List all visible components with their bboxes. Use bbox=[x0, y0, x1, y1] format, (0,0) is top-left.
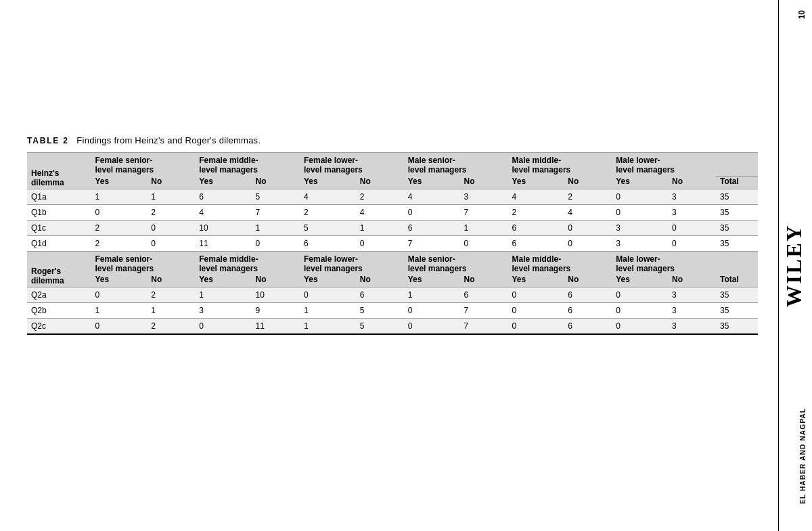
cell: 7 bbox=[252, 204, 300, 220]
cell: 4 bbox=[508, 189, 564, 204]
r-total-subheader: Total bbox=[716, 275, 758, 287]
h-ml-no: No bbox=[668, 176, 716, 189]
table-label: TABLE 2 bbox=[27, 136, 69, 145]
cell: 35 bbox=[716, 302, 758, 318]
cell: 6 bbox=[300, 235, 356, 251]
cell: 3 bbox=[668, 302, 716, 318]
r-ml-no: No bbox=[668, 275, 716, 287]
main-content: TABLE 2 Findings from Heinz's and Roger'… bbox=[0, 0, 778, 531]
cell: 0 bbox=[147, 220, 195, 235]
row-label: Q1c bbox=[27, 220, 91, 235]
cell: 1 bbox=[404, 287, 460, 302]
h-fm-yes: Yes bbox=[195, 176, 251, 189]
total-subheader-heinz: Total bbox=[716, 176, 758, 189]
table-row: Q1b 0 2 4 7 2 4 0 7 2 4 0 3 35 bbox=[27, 204, 758, 220]
cell: 6 bbox=[508, 235, 564, 251]
cell: 3 bbox=[612, 235, 668, 251]
cell: 2 bbox=[508, 204, 564, 220]
cell: 2 bbox=[91, 235, 148, 251]
cell: 0 bbox=[91, 287, 148, 302]
cell: 1 bbox=[91, 189, 148, 204]
cell: 3 bbox=[612, 220, 668, 235]
r-ms-no: No bbox=[460, 275, 508, 287]
brand-logo: WILEY bbox=[782, 224, 807, 307]
roger-subheader: Yes No Yes No Yes No Yes No Yes No Yes N… bbox=[27, 275, 758, 287]
cell: 2 bbox=[147, 204, 195, 220]
r-fem-lower-header: Female lower-level managers bbox=[300, 251, 404, 275]
male-middle-header: Male middle-level managers bbox=[508, 153, 612, 177]
cell: 0 bbox=[460, 235, 508, 251]
h-fs-no: No bbox=[147, 176, 195, 189]
cell: 7 bbox=[460, 318, 508, 334]
r-fem-senior-header: Female senior-level managers bbox=[91, 251, 196, 275]
cell: 7 bbox=[460, 204, 508, 220]
cell: 0 bbox=[252, 235, 300, 251]
data-table: Heinz'sdilemma Female senior-level manag… bbox=[27, 152, 758, 335]
h-fs-yes: Yes bbox=[91, 176, 148, 189]
cell: 35 bbox=[716, 220, 758, 235]
cell: 0 bbox=[508, 287, 564, 302]
cell: 0 bbox=[404, 318, 460, 334]
h-fl-yes: Yes bbox=[300, 176, 356, 189]
h-mm-no: No bbox=[564, 176, 612, 189]
cell: 3 bbox=[668, 318, 716, 334]
h-ml-yes: Yes bbox=[612, 176, 668, 189]
cell: 3 bbox=[668, 204, 716, 220]
row-label: Q2b bbox=[27, 302, 91, 318]
cell: 1 bbox=[300, 318, 356, 334]
cell: 6 bbox=[508, 220, 564, 235]
r-fl-yes: Yes bbox=[300, 275, 356, 287]
cell: 0 bbox=[508, 302, 564, 318]
cell: 35 bbox=[716, 204, 758, 220]
fem-senior-header: Female senior-level managers bbox=[91, 153, 196, 177]
cell: 2 bbox=[147, 318, 195, 334]
heinz-dilemma-label: Heinz'sdilemma bbox=[27, 153, 91, 189]
cell: 1 bbox=[147, 302, 195, 318]
cell: 6 bbox=[564, 318, 612, 334]
cell: 0 bbox=[612, 204, 668, 220]
cell: 0 bbox=[612, 302, 668, 318]
row-label: Q2c bbox=[27, 318, 91, 334]
male-senior-header: Male senior-level managers bbox=[404, 153, 508, 177]
cell: 0 bbox=[91, 204, 148, 220]
cell: 0 bbox=[195, 318, 251, 334]
cell: 10 bbox=[252, 287, 300, 302]
cell: 0 bbox=[668, 220, 716, 235]
row-label: Q2a bbox=[27, 287, 91, 302]
cell: 9 bbox=[252, 302, 300, 318]
cell: 4 bbox=[564, 204, 612, 220]
cell: 11 bbox=[195, 235, 251, 251]
cell: 11 bbox=[252, 318, 300, 334]
cell: 35 bbox=[716, 189, 758, 204]
fem-middle-header: Female middle-level managers bbox=[195, 153, 300, 177]
cell: 6 bbox=[564, 302, 612, 318]
cell: 1 bbox=[252, 220, 300, 235]
row-label: Q1b bbox=[27, 204, 91, 220]
cell: 10 bbox=[195, 220, 251, 235]
r-fl-no: No bbox=[356, 275, 404, 287]
cell: 0 bbox=[404, 204, 460, 220]
cell: 2 bbox=[91, 220, 148, 235]
h-fl-no: No bbox=[356, 176, 404, 189]
cell: 4 bbox=[404, 189, 460, 204]
cell: 2 bbox=[356, 189, 404, 204]
heinz-subheader: Yes No Yes No Yes No Yes No Yes No Yes N… bbox=[27, 176, 758, 189]
cell: 1 bbox=[147, 189, 195, 204]
r-ms-yes: Yes bbox=[404, 275, 460, 287]
r-ml-yes: Yes bbox=[612, 275, 668, 287]
r-fs-no: No bbox=[147, 275, 195, 287]
fem-lower-header: Female lower-level managers bbox=[300, 153, 404, 177]
table-caption-text: Findings from Heinz's and Roger's dilemm… bbox=[76, 135, 261, 145]
cell: 7 bbox=[460, 302, 508, 318]
cell: 0 bbox=[612, 189, 668, 204]
table-row: Q1c 2 0 10 1 5 1 6 1 6 0 3 0 35 bbox=[27, 220, 758, 235]
cell: 4 bbox=[300, 189, 356, 204]
cell: 0 bbox=[91, 318, 148, 334]
roger-dilemma-label: Roger'sdilemma bbox=[27, 251, 91, 287]
cell: 0 bbox=[404, 302, 460, 318]
page-number: 10 bbox=[797, 10, 807, 19]
cell: 35 bbox=[716, 287, 758, 302]
cell: 0 bbox=[508, 318, 564, 334]
cell: 1 bbox=[356, 220, 404, 235]
cell: 6 bbox=[460, 287, 508, 302]
